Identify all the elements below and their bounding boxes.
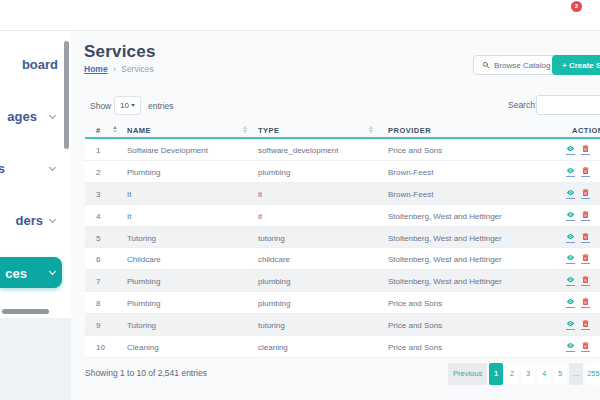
eye-icon (566, 139, 575, 156)
delete-action-button[interactable] (581, 166, 590, 177)
sidebar-item[interactable]: board (0, 54, 62, 74)
browse-catalog-button[interactable]: Browse Catalog (473, 55, 559, 75)
sidebar-item-services-active[interactable]: ces (0, 257, 62, 288)
table-info: Showing 1 to 10 of 2,541 entries (85, 368, 207, 378)
table-header: # NAME TYPE PROVIDER ACTIONS (85, 122, 600, 139)
eye-icon (566, 205, 575, 222)
view-action-button[interactable] (566, 319, 575, 330)
table-row: 10CleaningcleaningPrice and Sons (85, 336, 600, 358)
view-action-button[interactable] (566, 166, 575, 177)
cell-name: It (127, 212, 131, 221)
eye-icon (566, 270, 575, 287)
pagination-page-button[interactable]: 5 (553, 363, 567, 385)
caret-down-icon (131, 104, 135, 107)
delete-action-button[interactable] (581, 319, 590, 330)
sidebar-vertical-scrollbar[interactable] (64, 41, 69, 149)
table-row: 9TutoringtutoringPrice and Sons (85, 314, 600, 336)
table-row: 6ChildcarechildcareStoltenberg, West and… (85, 248, 600, 270)
view-action-button[interactable] (566, 341, 575, 352)
view-action-button[interactable] (566, 210, 575, 221)
sidebar-horizontal-scrollbar[interactable] (2, 309, 49, 314)
table-body: 1Software Developmentsoftware_developmen… (85, 139, 600, 358)
pagination-page-button[interactable]: 3 (521, 363, 535, 385)
column-header-name[interactable]: NAME (127, 126, 151, 135)
delete-action-button[interactable] (581, 232, 590, 243)
notification-badge: 2 (571, 1, 582, 12)
cell-provider: Brown-Feest (388, 190, 433, 199)
view-action-button[interactable] (566, 144, 575, 155)
column-header-number[interactable]: # (96, 126, 101, 135)
cell-type: it (258, 190, 262, 199)
trash-icon (581, 183, 590, 200)
view-action-button[interactable] (566, 253, 575, 264)
table-row: 8PlumbingplumbingPrice and Sons (85, 292, 600, 314)
delete-action-button[interactable] (581, 210, 590, 221)
delete-action-button[interactable] (581, 297, 590, 308)
table-row: 4ItitStoltenberg, West and Hettinger (85, 205, 600, 227)
breadcrumb-home-link[interactable]: Home (84, 64, 108, 74)
pagination-page-button[interactable]: 4 (537, 363, 551, 385)
cell-num: 2 (96, 168, 100, 177)
sidebar-item[interactable]: ages (0, 106, 62, 126)
cell-name: Cleaning (127, 343, 159, 352)
trash-icon (581, 248, 590, 265)
sidebar-item[interactable]: ders (0, 210, 62, 230)
cell-num: 6 (96, 255, 100, 264)
sort-icon (369, 126, 373, 133)
column-header-provider[interactable]: PROVIDER (388, 126, 431, 135)
trash-icon (581, 336, 590, 353)
column-header-type[interactable]: TYPE (258, 126, 280, 135)
breadcrumb-separator: › (113, 64, 116, 74)
top-header (0, 0, 600, 31)
delete-action-button[interactable] (581, 253, 590, 264)
pagination-previous-button[interactable]: Previous (448, 363, 487, 385)
trash-icon (581, 161, 590, 178)
cell-num: 4 (96, 212, 100, 221)
trash-icon (581, 205, 590, 222)
row-actions (566, 144, 590, 155)
row-actions (566, 253, 590, 264)
delete-action-button[interactable] (581, 341, 590, 352)
row-actions (566, 319, 590, 330)
pagination-page-button[interactable]: 255 (585, 363, 600, 385)
pagination-page-button[interactable]: 2 (505, 363, 519, 385)
view-action-button[interactable] (566, 297, 575, 308)
page-length-select[interactable]: 10 (114, 96, 141, 115)
table-row: 3ItitBrown-Feest (85, 183, 600, 205)
cell-num: 5 (96, 234, 100, 243)
view-action-button[interactable] (566, 232, 575, 243)
pagination: Previous12345…255 (448, 363, 600, 385)
eye-icon (566, 183, 575, 200)
cell-provider: Stoltenberg, West and Hettinger (388, 277, 502, 286)
trash-icon (581, 292, 590, 309)
cell-num: 1 (96, 146, 100, 155)
row-actions (566, 188, 590, 199)
eye-icon (566, 248, 575, 265)
cell-name: Childcare (127, 255, 161, 264)
cell-num: 9 (96, 321, 100, 330)
view-action-button[interactable] (566, 188, 575, 199)
trash-icon (581, 314, 590, 331)
cell-provider: Stoltenberg, West and Hettinger (388, 234, 502, 243)
sidebar-item-label: s (0, 161, 5, 176)
sidebar-item-label: ders (16, 213, 43, 228)
view-action-button[interactable] (566, 275, 575, 286)
delete-action-button[interactable] (581, 275, 590, 286)
services-table: # NAME TYPE PROVIDER ACTIONS 1Software D… (85, 122, 600, 358)
delete-action-button[interactable] (581, 188, 590, 199)
page-title: Services (84, 42, 156, 62)
create-service-button[interactable]: + Create Service (552, 55, 600, 75)
search-input[interactable] (536, 95, 600, 115)
pagination-page-button-active[interactable]: 1 (489, 363, 503, 385)
delete-action-button[interactable] (581, 144, 590, 155)
page-length-value: 10 (120, 101, 129, 110)
cell-name: Tutoring (127, 234, 156, 243)
table-row: 5TutoringtutoringStoltenberg, West and H… (85, 227, 600, 249)
cell-num: 8 (96, 299, 100, 308)
row-actions (566, 210, 590, 221)
table-row: 2PlumbingplumbingBrown-Feest (85, 161, 600, 183)
breadcrumb: Home › Services (84, 64, 154, 74)
sidebar-item[interactable]: s (0, 158, 62, 178)
chevron-down-icon (49, 112, 56, 119)
cell-name: Tutoring (127, 321, 156, 330)
